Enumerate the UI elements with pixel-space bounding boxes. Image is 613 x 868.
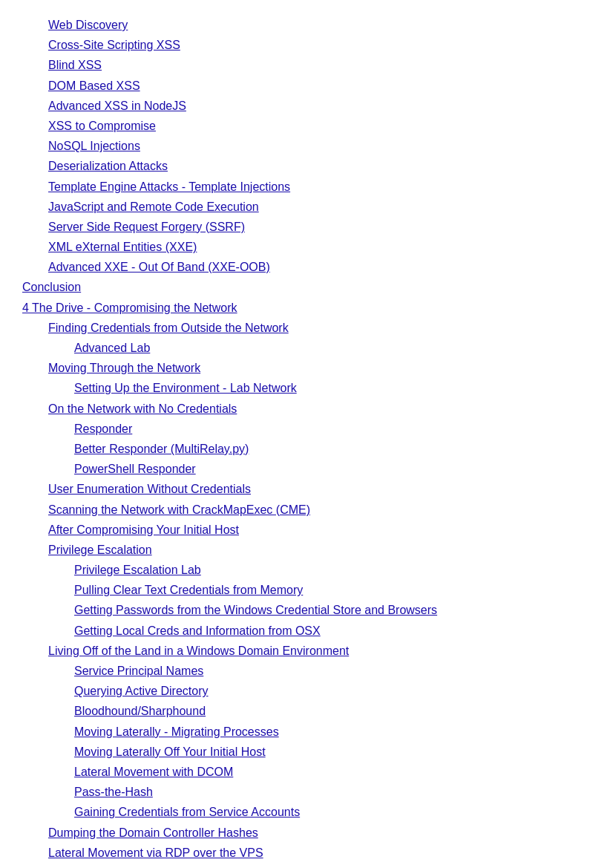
list-item: XSS to Compromise — [22, 116, 591, 136]
list-item: Service Principal Names — [22, 661, 591, 681]
nav-link-moving-through[interactable]: Moving Through the Network — [48, 362, 200, 374]
navigation-list: Web DiscoveryCross-Site Scripting XSSBli… — [22, 15, 591, 868]
list-item: Moving Laterally Off Your Initial Host — [22, 742, 591, 762]
nav-link-blind-xss[interactable]: Blind XSS — [48, 59, 102, 71]
list-item: Advanced Lab — [22, 338, 591, 358]
list-item: JavaScript and Remote Code Execution — [22, 197, 591, 217]
list-item: Responder — [22, 419, 591, 439]
nav-link-js-rce[interactable]: JavaScript and Remote Code Execution — [48, 200, 259, 213]
list-item: Lateral Movement with DCOM — [22, 762, 591, 782]
nav-link-advanced-lab[interactable]: Advanced Lab — [74, 342, 150, 354]
list-item: Getting Passwords from the Windows Crede… — [22, 600, 591, 620]
nav-link-advanced-xss-nodejs[interactable]: Advanced XSS in NodeJS — [48, 99, 186, 112]
nav-link-no-creds[interactable]: On the Network with No Credentials — [48, 402, 237, 415]
nav-link-after-compromise[interactable]: After Compromising Your Initial Host — [48, 523, 239, 536]
nav-link-pth[interactable]: Pass-the-Hash — [74, 786, 153, 798]
nav-link-dc-hashes[interactable]: Dumping the Domain Controller Hashes — [48, 826, 258, 839]
list-item: Gaining Credentials from Service Account… — [22, 802, 591, 822]
list-item: 4 The Drive - Compromising the Network — [22, 298, 591, 318]
nav-link-xss[interactable]: Cross-Site Scripting XSS — [48, 39, 180, 51]
list-item: Template Engine Attacks - Template Injec… — [22, 177, 591, 197]
nav-link-bloodhound[interactable]: Bloodhound/Sharphound — [74, 705, 206, 717]
list-item: NoSQL Injections — [22, 136, 591, 156]
nav-link-service-accounts[interactable]: Gaining Credentials from Service Account… — [74, 806, 300, 818]
list-item: After Compromising Your Initial Host — [22, 520, 591, 540]
nav-link-ps-responder[interactable]: PowerShell Responder — [74, 463, 196, 475]
nav-link-drive-network[interactable]: 4 The Drive - Compromising the Network — [22, 301, 237, 314]
nav-link-moving-laterally[interactable]: Moving Laterally Off Your Initial Host — [74, 745, 266, 758]
list-item: Privilege Escalation — [22, 540, 591, 560]
nav-link-finding-creds[interactable]: Finding Credentials from Outside the Net… — [48, 322, 289, 334]
list-item: Getting Local Creds and Information from… — [22, 621, 591, 641]
nav-link-xxe[interactable]: XML eXternal Entities (XXE) — [48, 241, 197, 253]
list-item: Bloodhound/Sharphound — [22, 701, 591, 721]
list-item: Server Side Request Forgery (SSRF) — [22, 217, 591, 237]
nav-link-xss-compromise[interactable]: XSS to Compromise — [48, 120, 156, 132]
nav-link-setup-lab[interactable]: Setting Up the Environment - Lab Network — [74, 382, 297, 394]
list-item: Scanning the Network with CrackMapExec (… — [22, 500, 591, 520]
nav-link-migrating-processes[interactable]: Moving Laterally - Migrating Processes — [74, 725, 279, 738]
list-item: Querying Active Directory — [22, 681, 591, 701]
nav-link-better-responder[interactable]: Better Responder (MultiRelay.py) — [74, 443, 249, 455]
list-item: Cross-Site Scripting XSS — [22, 35, 591, 55]
list-item: Moving Through the Network — [22, 358, 591, 378]
nav-link-osx-creds[interactable]: Getting Local Creds and Information from… — [74, 624, 321, 637]
nav-link-priv-esc-lab[interactable]: Privilege Escalation Lab — [74, 564, 201, 576]
list-item: Moving Laterally - Migrating Processes — [22, 722, 591, 742]
nav-link-responder[interactable]: Responder — [74, 422, 132, 435]
nav-link-dcom[interactable]: Lateral Movement with DCOM — [74, 766, 233, 778]
list-item: Pivoting in Linux — [22, 863, 591, 868]
list-item: Conclusion — [22, 277, 591, 297]
list-item: Pulling Clear Text Credentials from Memo… — [22, 580, 591, 600]
list-item: Lateral Movement via RDP over the VPS — [22, 843, 591, 863]
nav-link-living-off-land[interactable]: Living Off of the Land in a Windows Doma… — [48, 645, 349, 657]
nav-link-win-cred-store[interactable]: Getting Passwords from the Windows Crede… — [74, 604, 437, 616]
list-item: On the Network with No Credentials — [22, 399, 591, 419]
list-item: Deserialization Attacks — [22, 156, 591, 176]
nav-link-conclusion[interactable]: Conclusion — [22, 281, 81, 293]
list-item: PowerShell Responder — [22, 459, 591, 479]
list-item: Setting Up the Environment - Lab Network — [22, 378, 591, 398]
list-item: Finding Credentials from Outside the Net… — [22, 318, 591, 338]
nav-link-web-discovery[interactable]: Web Discovery — [48, 19, 128, 31]
list-item: Pass-the-Hash — [22, 782, 591, 802]
list-item: Advanced XSS in NodeJS — [22, 96, 591, 116]
list-item: Living Off of the Land in a Windows Doma… — [22, 641, 591, 661]
nav-link-clear-text-creds[interactable]: Pulling Clear Text Credentials from Memo… — [74, 584, 303, 596]
list-item: Blind XSS — [22, 55, 591, 75]
list-item: Dumping the Domain Controller Hashes — [22, 823, 591, 843]
nav-link-priv-esc[interactable]: Privilege Escalation — [48, 544, 152, 556]
nav-link-deserialization[interactable]: Deserialization Attacks — [48, 160, 168, 172]
nav-link-xxe-oob[interactable]: Advanced XXE - Out Of Band (XXE-OOB) — [48, 261, 270, 273]
list-item: Privilege Escalation Lab — [22, 560, 591, 580]
nav-link-template-injection[interactable]: Template Engine Attacks - Template Injec… — [48, 180, 290, 193]
nav-link-nosql[interactable]: NoSQL Injections — [48, 140, 140, 152]
list-item: Better Responder (MultiRelay.py) — [22, 439, 591, 459]
list-item: Advanced XXE - Out Of Band (XXE-OOB) — [22, 257, 591, 277]
nav-link-cme[interactable]: Scanning the Network with CrackMapExec (… — [48, 503, 310, 516]
list-item: Web Discovery — [22, 15, 591, 35]
list-item: XML eXternal Entities (XXE) — [22, 237, 591, 257]
nav-link-dom-xss[interactable]: DOM Based XSS — [48, 79, 140, 92]
nav-link-user-enum[interactable]: User Enumeration Without Credentials — [48, 483, 251, 495]
nav-link-spn[interactable]: Service Principal Names — [74, 665, 203, 677]
list-item: User Enumeration Without Credentials — [22, 479, 591, 499]
nav-link-rdp-vps[interactable]: Lateral Movement via RDP over the VPS — [48, 846, 263, 859]
nav-link-ssrf[interactable]: Server Side Request Forgery (SSRF) — [48, 221, 245, 233]
list-item: DOM Based XSS — [22, 76, 591, 96]
nav-link-query-ad[interactable]: Querying Active Directory — [74, 685, 209, 697]
